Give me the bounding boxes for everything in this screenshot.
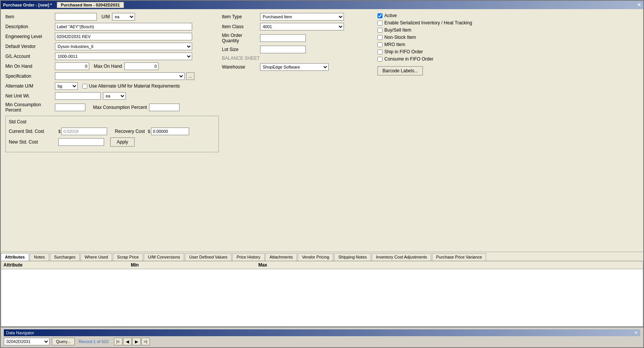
std-cost-title: Std Cost xyxy=(9,119,215,125)
close-button[interactable]: ✕ xyxy=(637,2,641,8)
nav-next-button[interactable]: ▶ xyxy=(132,338,141,345)
item-class-row: Item Class 4001 xyxy=(222,23,374,30)
alt-um-select[interactable]: bg xyxy=(55,82,78,90)
item-type-select[interactable]: Purchased Item xyxy=(260,13,344,21)
max-cons-label: Max Consumption Percent xyxy=(93,105,147,110)
nav-prev-button[interactable]: ◀ xyxy=(123,338,132,345)
item-class-label: Item Class xyxy=(222,24,260,29)
tab-purchase-variance[interactable]: Purchase Price Variance xyxy=(432,253,486,261)
engineering-input[interactable] xyxy=(55,33,192,40)
tab-attributes[interactable]: Attributes xyxy=(1,253,29,261)
consumption-row: Min Consumption Percent Max Consumption … xyxy=(5,102,219,113)
min-on-hand-label: Min On Hand xyxy=(5,64,55,69)
nav-title: Data Navigator xyxy=(6,330,34,335)
engineering-row: Engineering Level xyxy=(5,33,219,40)
item-class-select[interactable]: 4001 xyxy=(260,23,344,30)
recovery-cost-label: Recovery Cost xyxy=(115,129,145,134)
min-max-row: Min On Hand Max On Hand xyxy=(5,62,219,70)
spec-row: Specification ... xyxy=(5,72,219,80)
vendor-label: Default Vendor xyxy=(5,44,55,49)
tab-shipping-notes[interactable]: Shipping Notes xyxy=(334,253,371,261)
tab-where-used[interactable]: Where Used xyxy=(80,253,112,261)
current-std-row: Current Std. Cost $ Recovery Cost $ xyxy=(9,128,215,135)
col-attribute: Attribute xyxy=(3,262,131,268)
title-bar: Purchase Order - [new] * Purchased Item … xyxy=(1,1,643,9)
consume-fifo-checkbox[interactable] xyxy=(377,57,382,62)
main-content: Item U/M ea Description Engineering Leve… xyxy=(5,13,639,152)
item-label: Item xyxy=(5,14,55,19)
window-title: Purchase Order - [new] * Purchased Item … xyxy=(3,3,124,7)
active-checkbox[interactable] xyxy=(377,13,382,18)
active-label: Active xyxy=(384,13,397,18)
active-row: Active xyxy=(377,13,639,18)
new-std-input[interactable] xyxy=(58,138,104,146)
vendor-select[interactable]: Dyson Industries_6 xyxy=(55,43,192,50)
warehouse-select[interactable]: ShopEdge Software xyxy=(260,63,329,71)
spec-button[interactable]: ... xyxy=(186,72,194,80)
nav-buttons: |< ◀ ▶ >| xyxy=(114,338,150,345)
alt-um-label: Alternate U/M xyxy=(5,83,55,89)
engineering-label: Engineering Level xyxy=(5,34,55,39)
barcode-button[interactable]: Barcode Labels... xyxy=(377,66,423,75)
net-unit-input[interactable] xyxy=(55,92,101,100)
gl-select[interactable]: 1000-0011 xyxy=(55,53,192,60)
net-unit-row: Net Unit Wt. ea xyxy=(5,92,219,100)
col-min: Min xyxy=(131,262,258,268)
net-unit-um-select[interactable]: ea xyxy=(103,92,126,100)
balance-sheet-label: BALANCE SHEET xyxy=(222,56,260,61)
serialized-label: Enable Serialized Inventory / Heat Track… xyxy=(384,20,472,26)
mro-checkbox[interactable] xyxy=(377,42,382,47)
nav-last-button[interactable]: >| xyxy=(141,338,150,345)
nav-record-select[interactable]: 02042D2031 xyxy=(4,338,50,345)
tab-vendor-pricing[interactable]: Vendor Pricing xyxy=(298,253,334,261)
non-stock-checkbox[interactable] xyxy=(377,35,382,40)
ship-fifo-label: Ship in FIFO Order xyxy=(384,49,423,54)
tab-user-defined[interactable]: User Defined Values xyxy=(185,253,231,261)
ship-fifo-checkbox[interactable] xyxy=(377,49,382,54)
tab-inventory-cost[interactable]: Inventory Cost Adjustments xyxy=(372,253,431,261)
tab-price-history[interactable]: Price History xyxy=(232,253,264,261)
nav-close-button[interactable]: ✕ xyxy=(634,330,638,335)
tab-notes[interactable]: Notes xyxy=(30,253,49,261)
recovery-cost-input[interactable] xyxy=(151,128,189,135)
mro-label: MRO Item xyxy=(384,42,405,47)
tab-surcharges[interactable]: Surcharges xyxy=(50,253,80,261)
tab-scrap-price[interactable]: Scrap Price xyxy=(113,253,143,261)
nav-query-button[interactable]: Query... xyxy=(52,338,75,345)
min-cons-label: Min Consumption Percent xyxy=(5,102,55,113)
use-alt-row[interactable]: Use Alternate U/M for Material Requireme… xyxy=(82,83,180,89)
alt-um-row: Alternate U/M bg Use Alternate U/M for M… xyxy=(5,82,219,90)
buy-sell-checkbox[interactable] xyxy=(377,28,382,33)
new-std-label: New Std. Cost xyxy=(9,139,58,145)
apply-button[interactable]: Apply xyxy=(110,137,135,147)
item-input[interactable] xyxy=(55,13,97,21)
max-cons-input[interactable] xyxy=(149,104,180,111)
use-alt-checkbox[interactable] xyxy=(82,84,87,89)
max-on-hand-input[interactable] xyxy=(124,62,159,70)
spec-select[interactable] xyxy=(55,72,185,80)
vendor-row: Default Vendor Dyson Industries_6 xyxy=(5,43,219,50)
buy-sell-label: Buy/Sell Item xyxy=(384,27,411,33)
lot-size-input[interactable] xyxy=(260,46,306,53)
um-select[interactable]: ea xyxy=(112,13,135,21)
lot-size-label: Lot Size xyxy=(222,47,260,52)
current-std-prefix: $ xyxy=(58,129,61,134)
serialized-checkbox[interactable] xyxy=(377,21,382,26)
min-order-input[interactable] xyxy=(260,34,306,42)
middle-column: Item Type Purchased Item Item Class 4001… xyxy=(222,13,374,152)
tab-um-conversions[interactable]: U/M Conversions xyxy=(144,253,184,261)
net-unit-label: Net Unit Wt. xyxy=(5,93,55,99)
data-navigator: Data Navigator ✕ 02042D2031 Query... Rec… xyxy=(1,327,643,347)
item-type-label: Item Type xyxy=(222,14,260,19)
description-input[interactable] xyxy=(55,23,192,30)
barcode-btn-container: Barcode Labels... xyxy=(377,66,639,75)
warehouse-row: Warehouse ShopEdge Software xyxy=(222,63,374,71)
non-stock-label: Non-Stock Item xyxy=(384,35,416,40)
nav-first-button[interactable]: |< xyxy=(114,338,122,345)
tab-attachments[interactable]: Attachments xyxy=(265,253,297,261)
tabs-section: Attributes Notes Surcharges Where Used S… xyxy=(1,252,643,327)
min-cons-input[interactable] xyxy=(55,104,85,111)
nav-controls-row: 02042D2031 Query... Record 1 of 610 |< ◀… xyxy=(4,338,640,345)
form-area: Item U/M ea Description Engineering Leve… xyxy=(1,9,643,248)
min-on-hand-input[interactable] xyxy=(55,62,89,70)
